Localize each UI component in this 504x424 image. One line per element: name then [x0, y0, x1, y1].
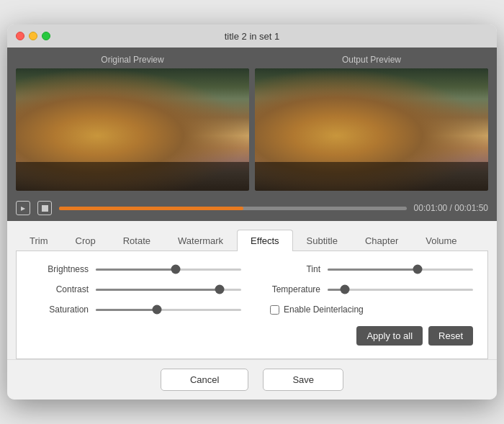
tint-slider[interactable] [328, 269, 473, 271]
tabs: Trim Crop Rotate Watermark Effects Subti… [16, 230, 488, 251]
tab-crop[interactable]: Crop [62, 230, 109, 251]
maximize-button[interactable] [42, 32, 50, 40]
tab-subtitle[interactable]: Subtitle [293, 230, 351, 251]
original-preview-label: Original Preview [16, 55, 249, 65]
contrast-thumb[interactable] [215, 285, 224, 294]
original-preview-panel: Original Preview [16, 55, 249, 191]
output-video [255, 68, 488, 191]
tab-volume[interactable]: Volume [412, 230, 470, 251]
temperature-slider[interactable] [328, 289, 473, 291]
original-video [16, 68, 249, 191]
brightness-thumb[interactable] [171, 265, 181, 274]
temperature-row: Temperature [263, 284, 473, 294]
tab-trim[interactable]: Trim [16, 230, 62, 251]
brightness-fill [96, 269, 176, 271]
save-button[interactable]: Save [263, 369, 343, 391]
titlebar: title 2 in set 1 [7, 24, 497, 48]
stop-icon [42, 205, 48, 212]
window-title: title 2 in set 1 [225, 31, 280, 42]
progress-fill [59, 207, 243, 210]
preview-area: Original Preview Output Preview [7, 48, 497, 197]
stop-button[interactable] [37, 201, 52, 215]
brightness-row: Brightness [31, 264, 241, 274]
contrast-slider[interactable] [96, 289, 241, 291]
time-display: 00:01:00 / 00:01:50 [414, 203, 488, 213]
panel-footer: Apply to all Reset [31, 326, 473, 346]
left-controls: Brightness Contrast [31, 264, 241, 315]
tint-thumb[interactable] [413, 265, 423, 274]
tint-label: Tint [263, 264, 320, 274]
cancel-button[interactable]: Cancel [161, 369, 248, 391]
tab-watermark[interactable]: Watermark [164, 230, 237, 251]
close-button[interactable] [16, 32, 24, 40]
tabs-area: Trim Crop Rotate Watermark Effects Subti… [7, 221, 497, 359]
deinterlacing-label: Enable Deinterlacing [284, 305, 364, 315]
output-preview-label: Output Preview [255, 55, 488, 65]
right-controls: Tint Temperature [263, 264, 473, 315]
brightness-label: Brightness [31, 264, 89, 274]
original-video-placeholder [16, 68, 249, 191]
output-video-placeholder [255, 68, 488, 191]
output-preview-panel: Output Preview [255, 55, 488, 191]
playback-bar: ▶ 00:01:00 / 00:01:50 [7, 197, 497, 221]
temperature-label: Temperature [263, 284, 320, 294]
tab-rotate[interactable]: Rotate [109, 230, 164, 251]
minimize-button[interactable] [29, 32, 37, 40]
controls-grid: Brightness Contrast [31, 264, 473, 315]
traffic-lights [16, 32, 50, 40]
apply-to-all-button[interactable]: Apply to all [356, 326, 423, 346]
saturation-fill [96, 309, 157, 311]
saturation-row: Saturation [31, 305, 241, 315]
contrast-fill [96, 289, 220, 291]
progress-bar[interactable] [59, 207, 407, 210]
tab-effects[interactable]: Effects [237, 230, 293, 251]
effects-panel: Brightness Contrast [16, 251, 488, 359]
saturation-slider[interactable] [96, 309, 241, 311]
brightness-slider[interactable] [96, 269, 241, 271]
tab-chapter[interactable]: Chapter [351, 230, 412, 251]
tint-row: Tint [263, 264, 473, 274]
deinterlacing-checkbox[interactable] [270, 305, 279, 315]
contrast-row: Contrast [31, 284, 241, 294]
bottom-bar: Cancel Save [7, 359, 497, 400]
temperature-thumb[interactable] [341, 285, 350, 294]
saturation-thumb[interactable] [152, 305, 161, 315]
saturation-label: Saturation [31, 305, 89, 315]
tint-fill [328, 269, 418, 271]
play-button[interactable]: ▶ [16, 201, 30, 215]
contrast-label: Contrast [31, 284, 89, 294]
reset-button[interactable]: Reset [428, 326, 473, 346]
main-window: title 2 in set 1 Original Preview Output… [7, 24, 497, 400]
deinterlacing-row: Enable Deinterlacing [270, 305, 473, 315]
